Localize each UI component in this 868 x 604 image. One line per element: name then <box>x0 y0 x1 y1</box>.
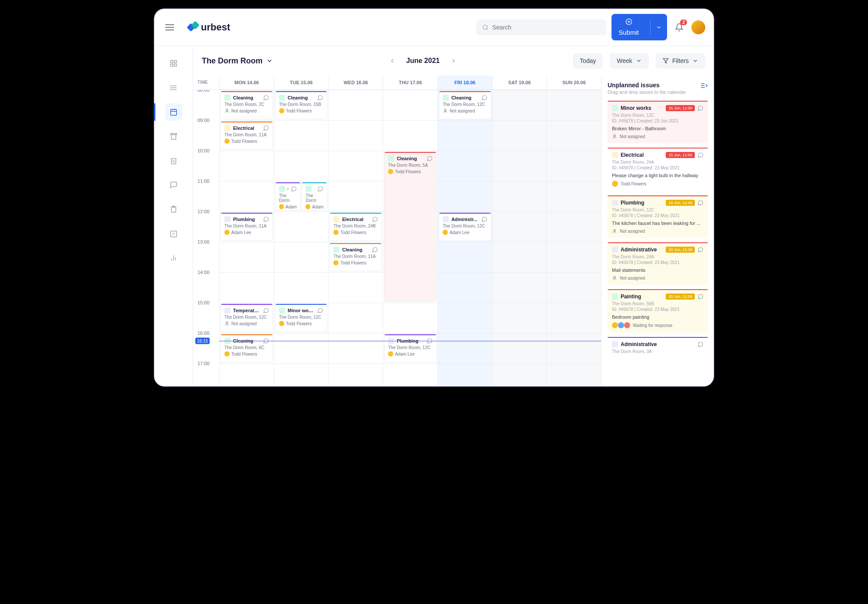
category-icon <box>224 307 230 314</box>
calendar-event[interactable]: Electrical The Dorm Room, 11A Todd Flowe… <box>220 121 273 150</box>
issue-meta: ID: #45678 | Created: 23 Jun 2021 <box>612 119 704 123</box>
category-icon <box>333 216 339 222</box>
issue-card[interactable]: Administrative The Dorm Room, 3A <box>608 337 708 359</box>
day-column[interactable] <box>492 90 547 386</box>
calendar-event[interactable]: Electrical The Dorm Room, 24B Todd Flowe… <box>329 212 382 241</box>
view-selector[interactable]: Week <box>610 53 649 69</box>
collapse-panel-button[interactable] <box>700 82 708 89</box>
time-label: 16:00 <box>193 330 219 361</box>
sidebar-item-list[interactable] <box>165 79 182 96</box>
chat-icon[interactable] <box>291 186 297 192</box>
chat-icon[interactable] <box>697 105 704 111</box>
sidebar-item-trash[interactable] <box>165 152 182 169</box>
category-icon <box>612 105 618 111</box>
issue-card[interactable]: Painting20 Jun, 11:00 The Dorm Room, 56B… <box>608 289 708 333</box>
calendar-event[interactable]: Cleaning The Dorm Room, 5A Todd Flowers <box>384 152 437 302</box>
calendar-event[interactable]: Cleaning The Dorm Room, 6C Todd Flowers <box>220 334 273 363</box>
chat-icon[interactable] <box>697 152 704 158</box>
issue-description: Please change a light bulb in the hallwa… <box>612 173 704 178</box>
calendar-event[interactable]: Cleaning The Dorm Room, 11A Todd Flowers <box>329 243 382 271</box>
plus-icon <box>625 18 632 25</box>
sidebar-item-clipboard[interactable] <box>165 201 182 218</box>
chat-icon[interactable] <box>317 95 323 101</box>
category-icon <box>306 186 312 192</box>
day-column[interactable]: Electrical The Dorm Room, 24B Todd Flowe… <box>328 90 383 386</box>
calendar-event[interactable]: Cleaning The Dorm Room, 15B Todd Flowers <box>275 91 328 119</box>
day-column[interactable]: Cleaning The Dorm Room, 2C Not assigned … <box>219 90 274 386</box>
chat-icon[interactable] <box>263 125 269 131</box>
sidebar-item-tasks[interactable] <box>165 225 182 242</box>
chat-icon[interactable] <box>372 216 378 222</box>
issue-title: Painting <box>621 294 663 300</box>
search-input[interactable] <box>492 24 600 31</box>
event-location: The Dorm Room, 12C <box>443 102 487 107</box>
calendar-event[interactable]: Plumbing The Dorm Room, 11A Adam Lee <box>220 212 273 241</box>
event-location: The Dorm Room, 6C <box>224 345 269 350</box>
sidebar-item-calendar[interactable] <box>165 103 182 121</box>
category-icon <box>443 95 449 101</box>
event-assignee: Not assigned <box>224 321 269 326</box>
calendar-event[interactable]: Cleaning The Dorm Room, 12C Not assigned <box>439 91 491 119</box>
time-label: 13:00 <box>193 239 219 270</box>
issue-card[interactable]: Plumbing19 Jun, 11:00 The Dorm Room, 12C… <box>608 195 708 238</box>
day-column[interactable] <box>546 90 601 386</box>
sidebar-item-messages[interactable] <box>165 176 182 194</box>
user-avatar[interactable] <box>691 20 705 34</box>
notifications-button[interactable]: 2 <box>672 20 686 34</box>
location-selector[interactable]: The Dorm Room <box>202 56 273 66</box>
chat-icon[interactable] <box>697 200 704 206</box>
day-column[interactable]: Cleaning The Dorm Room, 15B Todd Flowers… <box>274 90 329 386</box>
category-icon <box>388 155 394 162</box>
submit-button[interactable]: Submit <box>612 14 667 40</box>
chat-icon[interactable] <box>481 95 487 101</box>
calendar-event[interactable]: Clean The Dorm Adam <box>302 182 327 211</box>
chat-icon[interactable] <box>697 341 704 347</box>
calendar-event[interactable]: Plumbing The Dorm Room, 12C Adam Lee <box>384 334 437 363</box>
chat-icon[interactable] <box>697 294 704 300</box>
brand-logo[interactable]: urbest <box>188 22 230 33</box>
calendar-event[interactable]: Administr... The Dorm Room, 12C Adam Lee <box>439 212 491 241</box>
chat-icon[interactable] <box>317 186 323 192</box>
svg-point-13 <box>171 87 171 88</box>
due-badge: 15 Jun, 11:00 <box>666 152 695 158</box>
next-month-button[interactable] <box>448 56 459 66</box>
prev-month-button[interactable] <box>387 56 398 66</box>
issue-location: The Dorm Room, 12C <box>612 208 704 212</box>
chat-icon[interactable] <box>427 155 433 162</box>
menu-icon[interactable] <box>163 20 177 35</box>
logo-icon <box>188 22 198 33</box>
svg-line-1 <box>487 28 488 30</box>
issue-card[interactable]: Electrical15 Jun, 11:00 The Dorm Room, 2… <box>608 148 708 191</box>
chat-icon[interactable] <box>372 247 378 253</box>
submit-dropdown[interactable] <box>650 20 667 35</box>
category-icon <box>612 341 618 347</box>
filters-button[interactable]: Filters <box>656 53 705 69</box>
svg-point-38 <box>614 276 615 278</box>
chat-icon[interactable] <box>481 216 487 222</box>
event-title: Clean <box>314 186 315 191</box>
month-label: June 2021 <box>406 57 440 65</box>
chat-icon[interactable] <box>263 95 269 101</box>
sidebar-item-archive[interactable] <box>165 128 182 145</box>
due-badge: 20 Jun, 11:00 <box>666 294 695 300</box>
issue-card[interactable]: Administrative20 Jun, 11:00 The Dorm Roo… <box>608 242 708 285</box>
event-location: The Dorm <box>306 193 323 203</box>
sidebar-item-analytics[interactable] <box>165 249 182 267</box>
calendar-event[interactable]: Cleaning The Dorm Room, 2C Not assigned <box>220 91 273 119</box>
calendar-event[interactable]: Clean The Dorm Adam <box>275 182 301 211</box>
today-button[interactable]: Today <box>573 53 603 69</box>
chat-icon[interactable] <box>263 307 269 314</box>
search-box[interactable] <box>476 20 606 35</box>
calendar-event[interactable]: Temperature The Dorm Room, 12C Not assig… <box>220 304 273 332</box>
day-column[interactable]: Cleaning The Dorm Room, 12C Not assigned… <box>437 90 492 386</box>
chat-icon[interactable] <box>697 247 704 253</box>
event-location: The Dorm Room, 12C <box>279 315 324 320</box>
issue-card[interactable]: Minor works15 Jun, 11:00 The Dorm Room, … <box>608 101 708 143</box>
event-assignee: Todd Flowers <box>333 230 378 235</box>
day-column[interactable]: Cleaning The Dorm Room, 5A Todd Flowers … <box>383 90 437 386</box>
calendar-event[interactable]: Minor works The Dorm Room, 12C Todd Flow… <box>275 304 328 332</box>
svg-rect-20 <box>171 135 176 139</box>
chat-icon[interactable] <box>263 216 269 222</box>
chat-icon[interactable] <box>317 307 323 314</box>
sidebar-item-dashboard[interactable] <box>165 55 182 72</box>
